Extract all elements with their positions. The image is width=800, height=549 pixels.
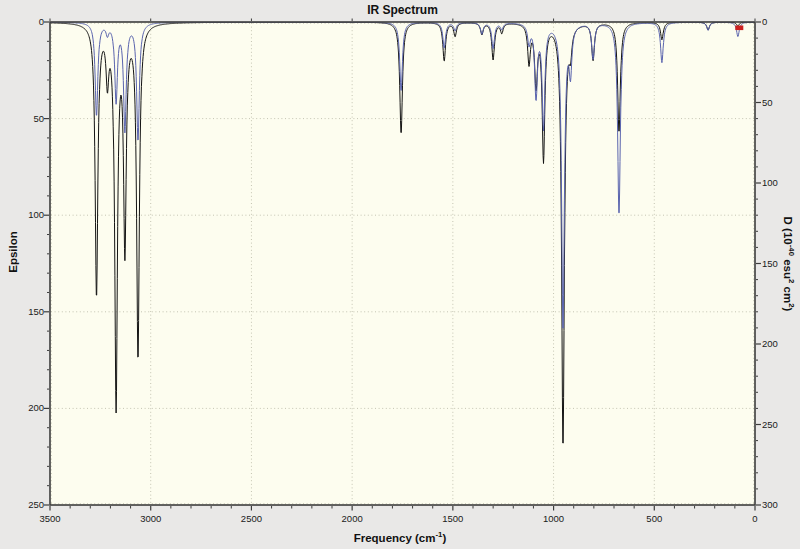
plot-area[interactable]: [0, 0, 800, 549]
y-axis-label-left: Epsilon: [7, 231, 19, 273]
y-right-tick-label: 200: [762, 338, 800, 350]
x-tick-label: 1500: [433, 513, 473, 525]
red-peak-marker: [735, 26, 743, 31]
x-tick-label: 1000: [534, 513, 574, 525]
x-axis-label: Frequency (cm-1): [250, 530, 550, 544]
y-left-tick-label: 250: [0, 499, 44, 511]
y-left-tick-label: 100: [0, 209, 44, 221]
x-tick-label: 2500: [231, 513, 271, 525]
y-right-tick-label: 100: [762, 177, 800, 189]
spectrum-svg: [0, 0, 800, 549]
y-right-tick-label: 0: [762, 16, 800, 28]
x-tick-label: 3500: [30, 513, 70, 525]
x-tick-label: 2000: [332, 513, 372, 525]
x-tick-label: 0: [735, 513, 775, 525]
y-right-tick-label: 150: [762, 258, 800, 270]
y-left-tick-label: 200: [0, 402, 44, 414]
x-tick-label: 3000: [131, 513, 171, 525]
ir-spectrum-window: IR Spectrum Frequency (cm-1) Epsilon D (…: [0, 0, 800, 549]
y-right-tick-label: 250: [762, 419, 800, 431]
y-right-tick-label: 300: [762, 499, 800, 511]
x-tick-label: 500: [634, 513, 674, 525]
y-left-tick-label: 150: [0, 306, 44, 318]
y-left-tick-label: 0: [0, 16, 44, 28]
y-left-tick-label: 50: [0, 113, 44, 125]
y-right-tick-label: 50: [762, 97, 800, 109]
